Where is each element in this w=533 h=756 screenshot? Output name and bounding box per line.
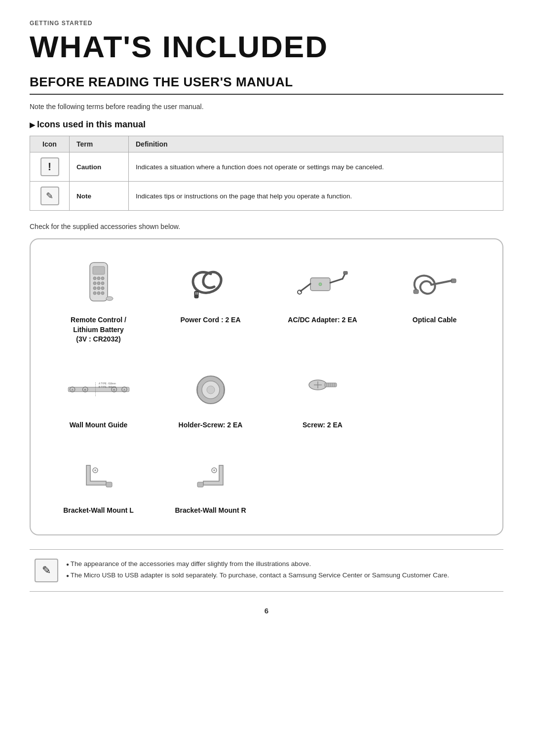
accessory-bracket-l: Bracket-Wall Mount L bbox=[42, 444, 154, 525]
svg-point-5 bbox=[93, 282, 96, 285]
svg-rect-57 bbox=[197, 482, 203, 487]
svg-point-8 bbox=[93, 287, 96, 290]
accessory-empty2 bbox=[266, 444, 379, 525]
icons-table: Icon Term Definition ! Caution Indicates… bbox=[30, 136, 503, 211]
holder-screw-image bbox=[179, 365, 243, 415]
svg-point-23 bbox=[298, 290, 302, 294]
svg-point-2 bbox=[93, 277, 96, 280]
accessory-ac-dc-adapter: AC/DC Adapter: 2 EA bbox=[266, 253, 379, 353]
bracket-r-image bbox=[179, 451, 243, 500]
caution-icon: ! bbox=[40, 157, 59, 176]
svg-line-19 bbox=[330, 279, 343, 283]
accessories-intro: Check for the supplied accessories shown… bbox=[30, 223, 503, 230]
svg-text:A TYPE : 616mm: A TYPE : 616mm bbox=[99, 383, 116, 385]
svg-point-13 bbox=[101, 292, 104, 295]
remote-control-image bbox=[67, 260, 131, 309]
svg-point-10 bbox=[101, 287, 104, 290]
table-row: ! Caution Indicates a situation where a … bbox=[30, 152, 503, 182]
icons-heading: Icons used in this manual bbox=[30, 119, 503, 130]
svg-rect-1 bbox=[93, 266, 105, 274]
caution-term: Caution bbox=[70, 152, 129, 182]
col-term: Term bbox=[70, 136, 129, 152]
accessory-bracket-r: Bracket-Wall Mount R bbox=[154, 444, 266, 525]
col-definition: Definition bbox=[129, 136, 503, 152]
ac-dc-adapter-image bbox=[291, 260, 355, 309]
accessories-row-3: Bracket-Wall Mount L Bracket-Wall Mount … bbox=[42, 444, 491, 525]
accessory-power-cord: Power Cord : 2 EA bbox=[154, 253, 266, 353]
svg-point-56 bbox=[213, 469, 215, 471]
power-cord-image bbox=[179, 260, 243, 309]
screw-image bbox=[291, 365, 355, 415]
note-icon-box: ✎ bbox=[35, 559, 58, 582]
section-title: BEFORE READING THE USER'S MANUAL bbox=[30, 75, 503, 95]
svg-text:A: A bbox=[71, 388, 73, 391]
caution-icon-cell: ! bbox=[30, 152, 70, 182]
accessory-optical-cable: Optical Cable bbox=[379, 253, 491, 353]
note-definition: Indicates tips or instructions on the pa… bbox=[129, 182, 503, 211]
ac-dc-adapter-label: AC/DC Adapter: 2 EA bbox=[288, 315, 357, 325]
accessories-row-2: A B A TYPE : 616mm B TYPE : 560mm B A bbox=[42, 358, 491, 439]
power-cord-label: Power Cord : 2 EA bbox=[180, 315, 240, 325]
accessory-wall-mount-guide: A B A TYPE : 616mm B TYPE : 560mm B A bbox=[42, 358, 154, 439]
note-item-2: The Micro USB to USB adapter is sold sep… bbox=[66, 570, 449, 581]
remote-control-label: Remote Control /Lithium Battery(3V : CR2… bbox=[71, 315, 126, 344]
svg-rect-15 bbox=[194, 291, 198, 298]
accessory-empty bbox=[379, 358, 491, 439]
caution-definition: Indicates a situation where a function d… bbox=[129, 152, 503, 182]
bracket-r-label: Bracket-Wall Mount R bbox=[175, 506, 246, 516]
optical-cable-image bbox=[403, 260, 467, 309]
svg-text:B: B bbox=[84, 388, 86, 391]
note-icon-cell: ✎ bbox=[30, 182, 70, 211]
accessory-empty3 bbox=[379, 444, 491, 525]
accessory-screw: Screw: 2 EA bbox=[266, 358, 379, 439]
page-number: 6 bbox=[30, 606, 503, 615]
svg-point-24 bbox=[319, 283, 322, 286]
svg-line-22 bbox=[301, 284, 310, 291]
note-icon: ✎ bbox=[40, 187, 59, 205]
bracket-l-label: Bracket-Wall Mount L bbox=[63, 506, 134, 516]
svg-point-6 bbox=[97, 282, 100, 285]
svg-point-3 bbox=[97, 277, 100, 280]
note-item-1: The appearance of the accessories may di… bbox=[66, 559, 449, 570]
screw-label: Screw: 2 EA bbox=[303, 420, 343, 430]
page-title: WHAT'S INCLUDED bbox=[30, 31, 503, 63]
svg-point-14 bbox=[106, 297, 113, 301]
note-term: Note bbox=[70, 182, 129, 211]
optical-cable-label: Optical Cable bbox=[413, 315, 457, 325]
svg-rect-25 bbox=[414, 290, 419, 294]
intro-note: Note the following terms before reading … bbox=[30, 103, 503, 111]
svg-point-4 bbox=[101, 277, 104, 280]
notes-list: The appearance of the accessories may di… bbox=[66, 559, 449, 581]
accessories-box: Remote Control /Lithium Battery(3V : CR2… bbox=[30, 238, 503, 535]
table-row: ✎ Note Indicates tips or instructions on… bbox=[30, 182, 503, 211]
svg-point-42 bbox=[207, 386, 215, 394]
notes-box: ✎ The appearance of the accessories may … bbox=[30, 549, 503, 592]
svg-rect-21 bbox=[343, 271, 347, 274]
svg-text:A: A bbox=[123, 388, 125, 391]
wall-mount-guide-image: A B A TYPE : 616mm B TYPE : 560mm B A bbox=[67, 365, 131, 415]
svg-point-53 bbox=[94, 469, 96, 471]
col-icon: Icon bbox=[30, 136, 70, 152]
accessory-holder-screw: Holder-Screw: 2 EA bbox=[154, 358, 266, 439]
svg-point-9 bbox=[97, 287, 100, 290]
svg-rect-54 bbox=[106, 482, 112, 487]
accessories-row-1: Remote Control /Lithium Battery(3V : CR2… bbox=[42, 253, 491, 353]
svg-point-12 bbox=[97, 292, 100, 295]
svg-point-7 bbox=[101, 282, 104, 285]
holder-screw-label: Holder-Screw: 2 EA bbox=[179, 420, 243, 430]
section-label: GETTING STARTED bbox=[30, 20, 503, 27]
svg-point-11 bbox=[93, 292, 96, 295]
bracket-l-image bbox=[67, 451, 131, 500]
wall-mount-guide-label: Wall Mount Guide bbox=[70, 420, 128, 430]
svg-text:B: B bbox=[113, 388, 115, 391]
accessory-remote-control: Remote Control /Lithium Battery(3V : CR2… bbox=[42, 253, 154, 353]
